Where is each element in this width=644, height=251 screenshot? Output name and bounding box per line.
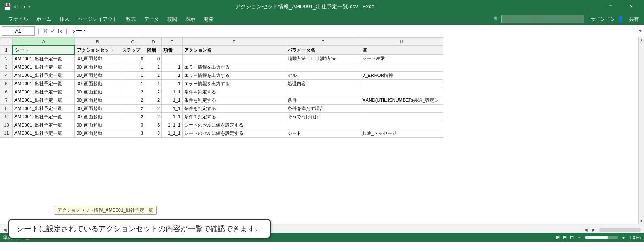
cell-H4[interactable]: V_ERROR情報 bbox=[360, 71, 443, 79]
confirm-formula-icon[interactable]: ✓ bbox=[50, 28, 55, 34]
cell-A1[interactable]: シート bbox=[13, 46, 75, 55]
cell-D2[interactable]: 0 bbox=[145, 55, 162, 63]
col-header-F[interactable]: F bbox=[183, 38, 286, 46]
view-page-layout-icon[interactable]: ⊟ bbox=[563, 235, 567, 240]
share-button[interactable]: 共有 bbox=[629, 16, 639, 23]
cell-E1[interactable]: 項番 bbox=[162, 46, 183, 55]
cell-reference-box[interactable] bbox=[2, 26, 35, 36]
cell-D4[interactable]: 1 bbox=[145, 71, 162, 79]
cell-B8[interactable]: 00_画面起動 bbox=[75, 104, 120, 112]
cell-H2[interactable]: シート表示 bbox=[360, 55, 443, 63]
cell-C11[interactable]: 3 bbox=[120, 129, 145, 137]
cell-F8[interactable]: 条件を判定する bbox=[183, 104, 286, 112]
cell-D11[interactable]: 3 bbox=[145, 129, 162, 137]
cell-G2[interactable]: 起動方法：1：起動方法 bbox=[286, 55, 360, 63]
cell-A7[interactable]: AMD001_出社予定一覧 bbox=[13, 96, 75, 104]
cell-H8[interactable] bbox=[360, 104, 443, 112]
cell-A8[interactable]: AMD001_出社予定一覧 bbox=[13, 104, 75, 112]
cell-B7[interactable]: 00_画面起動 bbox=[75, 96, 120, 104]
cell-E5[interactable]: 1 bbox=[162, 79, 183, 88]
cell-D6[interactable]: 2 bbox=[145, 88, 162, 96]
menu-data[interactable]: データ bbox=[141, 14, 162, 24]
vertical-scrollbar[interactable]: ▲ ▼ bbox=[638, 37, 644, 224]
horizontal-scrollbar[interactable] bbox=[599, 228, 641, 232]
cell-G6[interactable] bbox=[286, 88, 360, 96]
cell-F10[interactable]: シートのセルに値を設定する bbox=[183, 121, 286, 129]
cell-C2[interactable]: 0 bbox=[120, 55, 145, 63]
cell-G1[interactable]: パラメータ名 bbox=[286, 46, 360, 55]
cell-C1[interactable]: ステップ bbox=[120, 46, 145, 55]
cell-H3[interactable] bbox=[360, 63, 443, 71]
zoom-slider-plus[interactable]: ＋ bbox=[621, 234, 626, 241]
cell-A9[interactable]: AMD001_出社予定一覧 bbox=[13, 112, 75, 121]
cell-E8[interactable]: 1_1 bbox=[162, 104, 183, 112]
cell-A6[interactable]: AMD001_出社予定一覧 bbox=[13, 88, 75, 96]
cell-A4[interactable]: AMD001_出社予定一覧 bbox=[13, 71, 75, 79]
cell-H1[interactable]: 値 bbox=[360, 46, 443, 55]
cell-G10[interactable] bbox=[286, 121, 360, 129]
cell-F6[interactable]: 条件を判定する bbox=[183, 88, 286, 96]
cell-C10[interactable]: 3 bbox=[120, 121, 145, 129]
cell-C4[interactable]: 1 bbox=[120, 71, 145, 79]
cell-B6[interactable]: 00_画面起動 bbox=[75, 88, 120, 96]
cell-F9[interactable]: 条件を判定する bbox=[183, 112, 286, 121]
cell-G3[interactable] bbox=[286, 63, 360, 71]
cell-B3[interactable]: 00_画面起動 bbox=[75, 63, 120, 71]
cell-E11[interactable]: 1_1_1 bbox=[162, 129, 183, 137]
cell-D7[interactable]: 2 bbox=[145, 96, 162, 104]
cell-H5[interactable] bbox=[360, 79, 443, 88]
cell-E2[interactable] bbox=[162, 55, 183, 63]
cell-G8[interactable]: 条件を満たす場合 bbox=[286, 104, 360, 112]
menu-insert[interactable]: 挿入 bbox=[56, 14, 73, 24]
cell-E9[interactable]: 1_1 bbox=[162, 112, 183, 121]
cell-A11[interactable]: AMD001_出社予定一覧 bbox=[13, 129, 75, 137]
insert-function-icon[interactable]: fx bbox=[58, 28, 62, 34]
tab-scroll-next[interactable]: ▶ bbox=[590, 227, 597, 233]
menu-home[interactable]: ホーム bbox=[33, 14, 55, 24]
formula-expand-icon[interactable]: ▼ bbox=[638, 29, 642, 33]
cell-D3[interactable]: 1 bbox=[145, 63, 162, 71]
cell-F5[interactable]: エラー情報を出力する bbox=[183, 79, 286, 88]
menu-dev[interactable]: 開発 bbox=[200, 14, 217, 24]
cell-F4[interactable]: エラー情報を出力する bbox=[183, 71, 286, 79]
cell-A5[interactable]: AMD001_出社予定一覧 bbox=[13, 79, 75, 88]
col-header-E[interactable]: E bbox=[162, 38, 183, 46]
cell-E6[interactable]: 1_1 bbox=[162, 88, 183, 96]
menu-review[interactable]: 校閲 bbox=[164, 14, 180, 24]
cell-A10[interactable]: AMD001_出社予定一覧 bbox=[13, 121, 75, 129]
undo-button[interactable]: ↩ bbox=[14, 4, 19, 10]
cell-F2[interactable] bbox=[183, 55, 286, 63]
signin-button[interactable]: サインイン bbox=[591, 16, 615, 23]
cell-H9[interactable] bbox=[360, 112, 443, 121]
cell-H7[interactable]: '=AND(UTIL.ISNUMBER(共通_設定シ bbox=[360, 96, 443, 104]
cell-C7[interactable]: 2 bbox=[120, 96, 145, 104]
menu-formula[interactable]: 数式 bbox=[123, 14, 139, 24]
spreadsheet-scroll[interactable]: A B C D E F G H 1シートアクションセットステップ階層項 bbox=[0, 37, 638, 224]
close-button[interactable]: ✕ bbox=[622, 0, 641, 13]
zoom-slider-minus[interactable]: － bbox=[577, 234, 582, 241]
col-header-G[interactable]: G bbox=[286, 38, 360, 46]
zoom-slider[interactable] bbox=[585, 236, 618, 239]
tab-scroll-left[interactable]: ◀ bbox=[2, 227, 8, 233]
minimize-button[interactable]: ─ bbox=[580, 0, 599, 13]
cell-G4[interactable]: セル bbox=[286, 71, 360, 79]
cell-C8[interactable]: 2 bbox=[120, 104, 145, 112]
cell-F7[interactable]: 条件を判定する bbox=[183, 96, 286, 104]
redo-button[interactable]: ↪ bbox=[21, 4, 26, 10]
cell-F3[interactable]: エラー情報を出力する bbox=[183, 63, 286, 71]
cell-D8[interactable]: 2 bbox=[145, 104, 162, 112]
cell-B2[interactable]: 00_画面起動 bbox=[75, 55, 120, 63]
cancel-formula-icon[interactable]: ✕ bbox=[43, 28, 48, 34]
view-page-break-icon[interactable]: ⊡ bbox=[570, 235, 574, 240]
cell-B4[interactable]: 00_画面起動 bbox=[75, 71, 120, 79]
cell-E4[interactable]: 1 bbox=[162, 71, 183, 79]
cell-C3[interactable]: 1 bbox=[120, 63, 145, 71]
cell-H10[interactable] bbox=[360, 121, 443, 129]
ribbon-search-input[interactable] bbox=[501, 15, 584, 23]
menu-page-layout[interactable]: ページレイアウト bbox=[74, 14, 121, 24]
cell-F11[interactable]: シートのセルに値を設定する bbox=[183, 129, 286, 137]
tab-scroll-prev[interactable]: ◀ bbox=[583, 227, 589, 233]
cell-D9[interactable]: 2 bbox=[145, 112, 162, 121]
cell-D10[interactable]: 3 bbox=[145, 121, 162, 129]
cell-B11[interactable]: 00_画面起動 bbox=[75, 129, 120, 137]
